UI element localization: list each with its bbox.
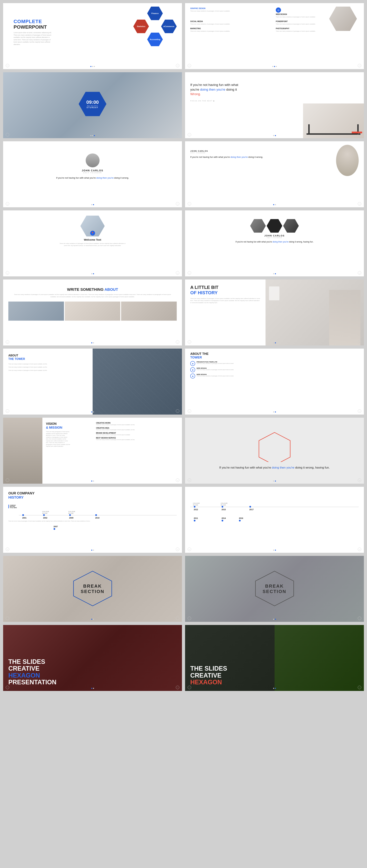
next-arrow[interactable]: → <box>358 617 361 620</box>
avatar <box>86 153 100 167</box>
prev-arrow[interactable]: ← <box>6 409 9 413</box>
next-arrow[interactable]: → <box>176 271 179 275</box>
slide-break-section-blue: BREAK SECTION ← → <box>3 556 182 622</box>
next-arrow[interactable]: → <box>176 202 179 206</box>
prev-arrow[interactable]: ← <box>188 340 191 344</box>
slide9-img3 <box>121 302 177 321</box>
prev-arrow[interactable]: ← <box>188 64 191 67</box>
next-arrow[interactable]: → <box>358 340 361 344</box>
svg-marker-0 <box>259 432 290 462</box>
prev-arrow[interactable]: ← <box>6 64 9 67</box>
next-arrow[interactable]: → <box>176 686 179 689</box>
service-name-1: PRESENTATION TEMPLATE <box>197 361 234 363</box>
next-arrow[interactable]: → <box>176 617 179 620</box>
building-image <box>93 349 182 414</box>
prev-arrow[interactable]: ← <box>188 133 191 136</box>
slide8-name: JOHN CARLOS <box>190 235 359 237</box>
next-arrow[interactable]: → <box>176 64 179 67</box>
next-arrow[interactable]: → <box>176 133 179 136</box>
service-row-1: ◉ PRESENTATION TEMPLATE There are many v… <box>190 361 359 366</box>
tl-2017: 2017 <box>249 506 254 510</box>
service-marketing: MARKETING There are many variations of p… <box>190 28 273 32</box>
prev-arrow[interactable]: ← <box>6 686 9 689</box>
slide15-sidebar-body: There are not so many at passages of lor… <box>8 520 177 522</box>
next-arrow[interactable]: → <box>176 340 179 344</box>
creative-work-title: CREATIVE WORK <box>96 422 179 424</box>
next-arrow[interactable]: → <box>176 409 179 413</box>
marketing-desc: There are many variations of passages of… <box>190 30 273 32</box>
year-2009: 2009 <box>69 517 73 519</box>
slide-clock: 09:00 Mon Oct 2011 STURDAY ← → <box>3 72 182 138</box>
slides20-text-block: THE SLIDES CREATIVE HEXAGON <box>190 665 227 686</box>
graphic-design-desc: There are many variations of passages of… <box>190 10 273 12</box>
chair-red <box>352 132 362 133</box>
next-arrow[interactable]: → <box>358 64 361 67</box>
slide10-left: A LITTLE BIT OF HISTORY There are many v… <box>185 279 265 345</box>
best-design-title: BEST DESIGN SERVICE <box>96 437 179 439</box>
doing-blue: doing then you're <box>96 177 113 179</box>
prev-arrow[interactable]: ← <box>188 202 191 206</box>
next-arrow[interactable]: → <box>176 478 179 482</box>
slides19-line4: PRESENTATION <box>8 679 56 686</box>
year-2015: 2015 <box>222 508 226 510</box>
dot-2010 <box>95 514 97 516</box>
tl-sidebar: COMPANY HISTORY TITLE HERE <box>8 505 18 508</box>
hex-outline-svg <box>257 432 292 462</box>
slide-welcome-text: 📍 Welcome Text There are many variations… <box>3 210 182 276</box>
prev-arrow[interactable]: ← <box>6 617 9 620</box>
dot-2016 <box>239 520 241 522</box>
nav-dots <box>273 204 276 205</box>
tl-dot-2007: 2007 <box>54 526 58 530</box>
next-arrow[interactable]: → <box>358 686 361 689</box>
service-dot-1: ◉ <box>190 361 195 366</box>
prev-arrow[interactable]: ← <box>188 478 191 482</box>
slide4-doing-blue: doing then you're <box>200 88 225 91</box>
prev-arrow[interactable]: ← <box>188 686 191 689</box>
slide-write-something: WRITE SOMETHING ABOUT There are many var… <box>3 279 182 345</box>
slide9-body: There are many variations of passages of… <box>8 292 177 300</box>
prev-arrow[interactable]: ← <box>6 271 9 275</box>
year-2007: 2007 <box>54 526 58 528</box>
prev-arrow[interactable]: ← <box>188 409 191 413</box>
prev-arrow[interactable]: ← <box>6 478 9 482</box>
prev-arrow[interactable]: ← <box>188 548 191 551</box>
next-arrow[interactable]: → <box>358 409 361 413</box>
year-2001: 2001 <box>22 517 26 519</box>
slide10-body: There are many variations of passages of… <box>190 298 260 304</box>
break18-text: BREAK SECTION <box>262 584 286 594</box>
section-word: SECTION <box>81 589 105 594</box>
next-arrow[interactable]: → <box>176 548 179 551</box>
prev-arrow[interactable]: ← <box>188 617 191 620</box>
prev-arrow[interactable]: ← <box>6 133 9 136</box>
furniture-image <box>303 103 364 138</box>
prev-arrow[interactable]: ← <box>6 340 9 344</box>
dot-2017 <box>249 506 251 507</box>
prev-arrow[interactable]: ← <box>6 548 9 551</box>
doing-blue: doing then you're <box>272 466 294 469</box>
next-arrow[interactable]: → <box>358 478 361 482</box>
next-arrow[interactable]: → <box>358 202 361 206</box>
slide-john-carlos-center: JOHN CARLOS CECY FOUNDER If you're not h… <box>3 141 182 207</box>
creative-idea-title: CREATIVE IDEA <box>96 427 179 429</box>
next-arrow[interactable]: → <box>358 133 361 136</box>
slide13-left-img <box>3 418 43 484</box>
prev-arrow[interactable]: ← <box>188 271 191 275</box>
slides19-line2: CREATIVE <box>8 665 56 672</box>
slide-complete-powerpoint: COMPLETE POWERPOINT Lorem ipsum dolor si… <box>3 3 182 69</box>
break18-hex-container: BREAK SECTION <box>254 570 295 608</box>
clock-time: 09:00 <box>86 99 99 105</box>
next-arrow[interactable]: → <box>358 271 361 275</box>
break-hex-container: BREAK SECTION <box>72 570 113 608</box>
slide1-body: Lorem ipsum dolor sit amet, consectetur … <box>13 32 52 45</box>
year-2016: 2016 <box>239 517 243 519</box>
tl-2016: 2016 <box>239 517 243 522</box>
slide20-foliage <box>275 625 364 691</box>
dot-2011 <box>194 520 196 522</box>
tl-label-16-2: COLOUR IN USE <box>221 502 227 506</box>
prev-arrow[interactable]: ← <box>6 202 9 206</box>
tl-2012: COLOUR IN USE 2012 <box>194 506 198 510</box>
slide-timeline-2012-2017: COLOUR IN USE 2012 COLOUR IN USE 2015 20… <box>185 487 364 553</box>
timeline-line-16 <box>190 507 359 507</box>
nav-dots <box>91 480 94 482</box>
next-arrow[interactable]: → <box>358 548 361 551</box>
